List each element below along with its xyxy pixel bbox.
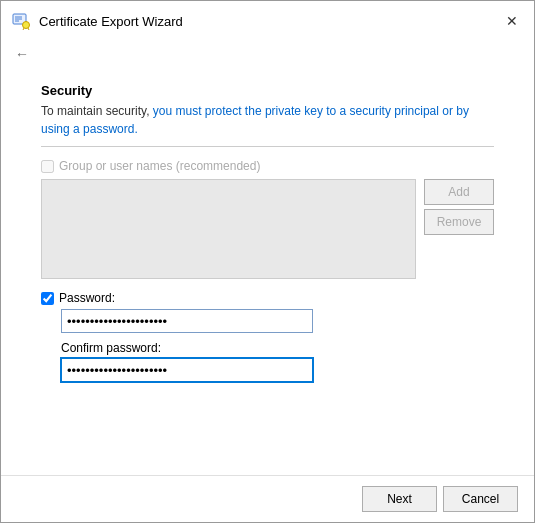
content-area: Security To maintain security, you must … bbox=[1, 73, 534, 475]
svg-point-1 bbox=[23, 22, 30, 29]
nav-bar: ← bbox=[1, 39, 534, 73]
dialog-title: Certificate Export Wizard bbox=[39, 14, 183, 29]
confirm-password-input[interactable] bbox=[61, 358, 313, 382]
title-bar: Certificate Export Wizard ✕ bbox=[1, 1, 534, 39]
group-list-area: Add Remove bbox=[41, 179, 494, 279]
dialog-footer: Next Cancel bbox=[1, 475, 534, 522]
password-input[interactable] bbox=[61, 309, 313, 333]
group-checkbox[interactable] bbox=[41, 160, 54, 173]
certificate-export-wizard-dialog: Certificate Export Wizard ✕ ← Security T… bbox=[0, 0, 535, 523]
section-title: Security bbox=[41, 83, 494, 98]
back-button[interactable]: ← bbox=[11, 43, 33, 65]
cancel-button[interactable]: Cancel bbox=[443, 486, 518, 512]
close-button[interactable]: ✕ bbox=[500, 9, 524, 33]
security-description: To maintain security, you must protect t… bbox=[41, 102, 494, 138]
section-separator bbox=[41, 146, 494, 147]
group-checkbox-label: Group or user names (recommended) bbox=[59, 159, 260, 173]
password-checkbox[interactable] bbox=[41, 292, 54, 305]
description-part1: To maintain security, bbox=[41, 104, 153, 118]
next-button[interactable]: Next bbox=[362, 486, 437, 512]
add-button[interactable]: Add bbox=[424, 179, 494, 205]
wizard-icon bbox=[11, 11, 31, 31]
password-label: Password: bbox=[59, 291, 115, 305]
group-checkbox-row: Group or user names (recommended) bbox=[41, 159, 494, 173]
title-bar-left: Certificate Export Wizard bbox=[11, 11, 183, 31]
remove-button[interactable]: Remove bbox=[424, 209, 494, 235]
svg-line-3 bbox=[28, 28, 29, 30]
group-list-buttons: Add Remove bbox=[424, 179, 494, 279]
confirm-password-label: Confirm password: bbox=[61, 341, 494, 355]
password-checkbox-row: Password: bbox=[41, 291, 494, 305]
svg-line-2 bbox=[23, 28, 24, 30]
password-section: Password: Confirm password: bbox=[41, 291, 494, 382]
group-list-box bbox=[41, 179, 416, 279]
